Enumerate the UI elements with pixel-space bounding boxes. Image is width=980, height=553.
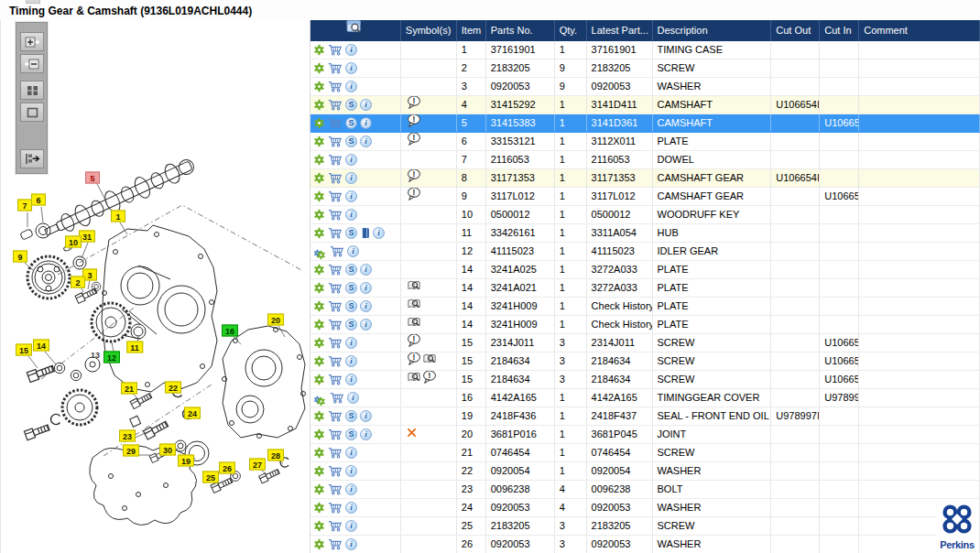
info-icon[interactable]: i (347, 392, 359, 404)
table-row-item-26[interactable]: i26092005330920053WASHER (310, 536, 980, 553)
table-row-item-7[interactable]: i7211605312116053DOWEL (310, 151, 980, 169)
info-icon[interactable]: i (360, 300, 372, 312)
info-icon[interactable]: i (360, 282, 372, 294)
column-header-cut-out[interactable]: Cut Out (771, 20, 820, 41)
diagram-callout-21[interactable]: 21 (121, 383, 137, 395)
diagram-callout-23[interactable]: 23 (119, 430, 136, 442)
cart-icon[interactable] (328, 428, 343, 440)
diagram-callout-13[interactable]: 13 (87, 349, 103, 361)
info-icon[interactable]: i (373, 227, 385, 239)
gear-icon[interactable] (313, 447, 325, 459)
diagram-callout-26[interactable]: 26 (219, 462, 235, 474)
gear-icon[interactable] (313, 154, 325, 166)
cart-icon[interactable] (328, 410, 343, 422)
cart-icon[interactable] (328, 81, 343, 92)
gear-icon[interactable] (313, 227, 325, 239)
info-icon[interactable]: i (345, 62, 357, 74)
gear-icon[interactable] (313, 190, 325, 202)
diagram-callout-12[interactable]: 12 (103, 352, 120, 363)
superseded-icon[interactable]: S (345, 282, 357, 294)
column-header-latest-part[interactable]: Latest Part... (587, 20, 653, 41)
info-icon[interactable]: i (345, 154, 357, 166)
gear-pair-icon[interactable] (313, 245, 327, 258)
gear-icon[interactable] (313, 300, 325, 312)
gear-pair-icon[interactable] (313, 392, 327, 405)
info-icon[interactable]: i (360, 428, 372, 440)
gear-icon[interactable] (313, 355, 325, 367)
cart-icon[interactable] (328, 62, 343, 74)
diagram-callout-6[interactable]: 6 (31, 194, 46, 206)
cart-icon[interactable] (328, 117, 343, 129)
diagram-callout-1[interactable]: 1 (111, 211, 125, 222)
gear-icon[interactable] (313, 44, 325, 56)
info-icon[interactable]: i (360, 319, 372, 331)
info-icon[interactable]: i (360, 117, 372, 129)
table-row-item-6[interactable]: Si!63315312113112X011PLATE (310, 133, 980, 151)
book-icon[interactable] (360, 227, 370, 239)
cart-icon[interactable] (330, 245, 344, 257)
column-search-icon[interactable] (346, 20, 364, 41)
gear-icon[interactable] (313, 483, 325, 495)
cart-icon[interactable] (328, 136, 343, 147)
diagram-callout-29[interactable]: 29 (123, 445, 139, 457)
gear-icon[interactable] (313, 136, 325, 147)
table-row-item-19[interactable]: Si192418F43612418F437SEAL - FRONT END OI… (310, 407, 980, 426)
column-header-item[interactable]: Item (457, 20, 486, 41)
info-icon[interactable]: i (345, 44, 357, 56)
table-row-item-14[interactable]: Si143241H0091Check HistoryPLATE (310, 298, 980, 316)
table-row-item-16[interactable]: i164142A16514142A165TIMINGGEAR COVERU978… (310, 389, 980, 407)
table-row-item-9[interactable]: i!93117L01213117L012CAMSHAFT GEARU106655 (310, 188, 980, 206)
superseded-icon[interactable]: S (345, 428, 357, 440)
table-row-item-12[interactable]: i1241115023141115023IDLER GEAR (310, 243, 980, 261)
info-icon[interactable]: i (345, 355, 357, 367)
cart-icon[interactable] (328, 520, 343, 532)
info-icon[interactable]: i (345, 81, 357, 92)
table-row-item-14[interactable]: Si143241H0091Check HistoryPLATE (310, 316, 980, 334)
table-row-item-15[interactable]: i!152314J01132314J011SCREWU106655 (310, 334, 980, 352)
gear-icon[interactable] (313, 264, 325, 276)
diagram-callout-30[interactable]: 30 (159, 444, 176, 456)
zoom-out-button[interactable] (20, 54, 44, 73)
info-icon[interactable]: i (360, 99, 372, 111)
gear-icon[interactable] (313, 502, 325, 514)
cart-icon[interactable] (328, 374, 343, 385)
cart-icon[interactable] (328, 227, 343, 239)
panel-toggle-button[interactable] (20, 149, 44, 168)
diagram-callout-24[interactable]: 24 (184, 407, 201, 419)
cart-icon[interactable] (328, 209, 343, 221)
diagram-callout-27[interactable]: 27 (249, 459, 266, 471)
info-icon[interactable]: i (345, 502, 357, 514)
gear-icon[interactable] (313, 337, 325, 349)
table-row-item-2[interactable]: i2218320592183205SCREW (310, 60, 980, 78)
diagram-callout-14[interactable]: 14 (33, 340, 49, 352)
gear-icon[interactable] (313, 62, 325, 74)
diagram-callout-25[interactable]: 25 (202, 472, 219, 483)
superseded-icon[interactable]: S (345, 136, 357, 147)
column-header-description[interactable]: Description (653, 20, 772, 41)
gear-icon[interactable] (313, 319, 325, 331)
column-header-qty[interactable]: Qty. (555, 20, 587, 41)
table-row-item-15[interactable]: i!15218463432184634SCREWU106655 (310, 371, 980, 389)
info-icon[interactable]: i (345, 337, 357, 349)
info-icon[interactable]: i (345, 538, 357, 550)
gear-icon[interactable] (313, 465, 325, 477)
table-row-item-22[interactable]: i22092005410920054WASHER (310, 462, 980, 481)
cart-icon[interactable] (328, 172, 343, 184)
zoom-in-button[interactable] (20, 32, 44, 51)
table-row-item-24[interactable]: i24092005340920053WASHER (310, 499, 980, 517)
info-icon[interactable]: i (345, 483, 357, 495)
cart-icon[interactable] (328, 282, 343, 294)
cart-icon[interactable] (330, 392, 344, 404)
table-row-item-11[interactable]: Si113342616113311A054HUB (310, 224, 980, 243)
info-icon[interactable]: i (360, 410, 372, 422)
diagram-callout-16[interactable]: 16 (222, 325, 238, 337)
cart-icon[interactable] (328, 300, 343, 312)
info-icon[interactable]: i (345, 209, 357, 221)
superseded-icon[interactable]: S (345, 300, 357, 312)
gear-icon[interactable] (313, 374, 325, 385)
info-icon[interactable]: i (345, 374, 357, 385)
cart-icon[interactable] (328, 502, 343, 514)
cart-icon[interactable] (328, 337, 343, 349)
table-row-item-20[interactable]: Si203681P01613681P045JOINT (310, 426, 980, 444)
diagram-callout-20[interactable]: 20 (267, 314, 284, 326)
